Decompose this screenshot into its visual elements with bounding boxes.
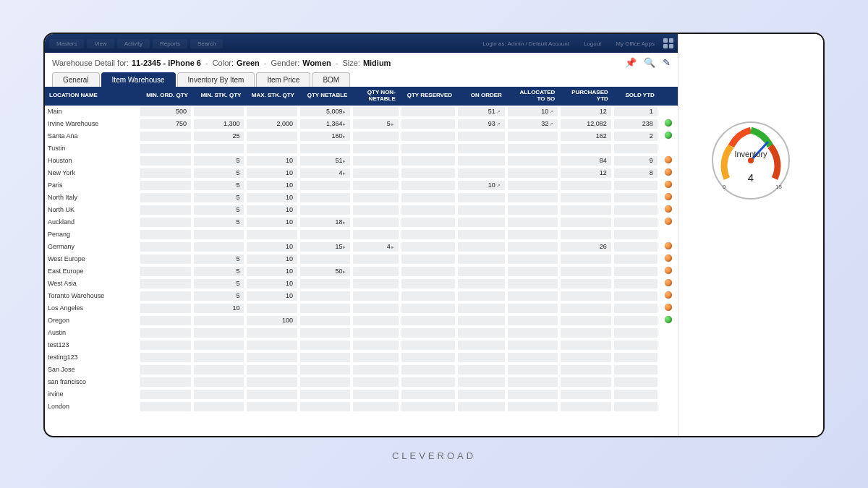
cell-nnet[interactable] <box>352 228 399 241</box>
cell-alloc[interactable] <box>506 401 560 413</box>
cell-sytd[interactable] <box>613 351 659 364</box>
cell-ord[interactable] <box>456 192 506 204</box>
cell-ord[interactable] <box>456 241 506 253</box>
cell-ord[interactable] <box>456 278 506 290</box>
cell-pytd[interactable] <box>559 192 613 204</box>
cell-min_stk[interactable] <box>192 376 246 388</box>
cell-net[interactable] <box>299 314 352 327</box>
cell-nnet[interactable] <box>352 142 399 155</box>
cell-max_stk[interactable]: 10 <box>245 167 299 179</box>
cell-alloc[interactable] <box>506 364 560 376</box>
cell-alloc[interactable] <box>506 155 560 167</box>
cell-res[interactable] <box>400 106 456 118</box>
cell-nnet[interactable] <box>352 314 399 327</box>
cell-alloc[interactable] <box>506 314 560 327</box>
cell-min_ord[interactable] <box>139 351 192 364</box>
cell-pytd[interactable]: 12 <box>559 106 613 118</box>
cell-pytd[interactable]: 162 <box>559 130 613 142</box>
cell-nnet[interactable] <box>352 351 399 364</box>
cell-nnet[interactable] <box>352 216 399 228</box>
cell-nnet[interactable] <box>352 204 399 216</box>
cell-sytd[interactable]: 2 <box>613 130 659 142</box>
cell-net[interactable] <box>299 179 352 192</box>
cell-res[interactable] <box>400 314 456 327</box>
cell-pytd[interactable] <box>559 204 613 216</box>
cell-alloc[interactable] <box>506 241 560 253</box>
cell-net[interactable] <box>299 192 352 204</box>
cell-min_ord[interactable] <box>139 228 192 241</box>
cell-min_stk[interactable]: 10 <box>192 302 246 314</box>
cell-ord[interactable] <box>456 155 506 167</box>
cell-alloc[interactable] <box>506 278 560 290</box>
cell-sytd[interactable]: 9 <box>613 155 659 167</box>
cell-pytd[interactable] <box>559 351 613 364</box>
cell-min_stk[interactable] <box>192 106 246 118</box>
table-row[interactable]: Germany1015▸4▸26 <box>45 241 678 253</box>
cell-nnet[interactable] <box>352 278 399 290</box>
cell-min_stk[interactable]: 5 <box>192 167 246 179</box>
cell-ord[interactable]: 51↗ <box>456 106 506 118</box>
cell-net[interactable] <box>299 388 352 401</box>
cell-ord[interactable] <box>456 290 506 302</box>
cell-max_stk[interactable] <box>245 142 299 155</box>
logout-button[interactable]: Logout <box>578 39 607 48</box>
cell-max_stk[interactable] <box>245 364 299 376</box>
cell-nnet[interactable] <box>352 265 399 278</box>
cell-pytd[interactable] <box>559 228 613 241</box>
table-row[interactable]: Irvine Warehouse7501,3002,0001,364▸5▸93↗… <box>45 118 678 130</box>
cell-alloc[interactable] <box>506 253 560 265</box>
col-7[interactable]: ON ORDER <box>456 87 506 106</box>
cell-net[interactable] <box>299 364 352 376</box>
cell-alloc[interactable] <box>506 216 560 228</box>
app-grid-icon[interactable] <box>663 38 673 48</box>
cell-max_stk[interactable]: 100 <box>245 314 299 327</box>
cell-alloc[interactable] <box>506 204 560 216</box>
table-row[interactable]: West Europe510 <box>45 253 678 265</box>
cell-ord[interactable] <box>456 314 506 327</box>
cell-nnet[interactable]: 5▸ <box>352 118 399 130</box>
cell-min_stk[interactable] <box>192 228 246 241</box>
cell-min_ord[interactable] <box>139 241 192 253</box>
cell-net[interactable]: 4▸ <box>299 167 352 179</box>
table-row[interactable]: Santa Ana25160▸1622 <box>45 130 678 142</box>
cell-res[interactable] <box>400 142 456 155</box>
cell-ord[interactable] <box>456 401 506 413</box>
cell-net[interactable] <box>299 351 352 364</box>
cell-max_stk[interactable] <box>245 401 299 413</box>
cell-res[interactable] <box>400 204 456 216</box>
cell-res[interactable] <box>400 155 456 167</box>
menu-activity[interactable]: Activity <box>117 39 150 48</box>
cell-res[interactable] <box>400 179 456 192</box>
menu-view[interactable]: View <box>87 39 114 48</box>
col-4[interactable]: QTY NETABLE <box>299 87 352 106</box>
cell-alloc[interactable] <box>506 351 560 364</box>
cell-pytd[interactable] <box>559 179 613 192</box>
cell-min_ord[interactable] <box>139 314 192 327</box>
cell-res[interactable] <box>400 364 456 376</box>
cell-pytd[interactable] <box>559 388 613 401</box>
cell-res[interactable] <box>400 351 456 364</box>
cell-nnet[interactable] <box>352 302 399 314</box>
tab-item-price[interactable]: Item Price <box>256 72 310 87</box>
cell-min_ord[interactable] <box>139 290 192 302</box>
tab-item-warehouse[interactable]: Item Warehouse <box>101 72 176 87</box>
cell-sytd[interactable] <box>613 290 659 302</box>
cell-net[interactable] <box>299 401 352 413</box>
cell-sytd[interactable] <box>613 388 659 401</box>
cell-ord[interactable] <box>456 388 506 401</box>
pushpin-icon[interactable]: 📌 <box>625 57 637 68</box>
cell-sytd[interactable] <box>613 241 659 253</box>
cell-min_stk[interactable] <box>192 401 246 413</box>
cell-res[interactable] <box>400 241 456 253</box>
cell-max_stk[interactable]: 10 <box>245 155 299 167</box>
cell-nnet[interactable] <box>352 339 399 351</box>
cell-alloc[interactable] <box>506 339 560 351</box>
col-10[interactable]: SOLD YTD <box>613 87 659 106</box>
cell-res[interactable] <box>400 130 456 142</box>
cell-ord[interactable] <box>456 253 506 265</box>
cell-alloc[interactable] <box>506 290 560 302</box>
cell-sytd[interactable] <box>613 376 659 388</box>
cell-min_stk[interactable]: 5 <box>192 204 246 216</box>
cell-ord[interactable] <box>456 204 506 216</box>
cell-pytd[interactable] <box>559 216 613 228</box>
